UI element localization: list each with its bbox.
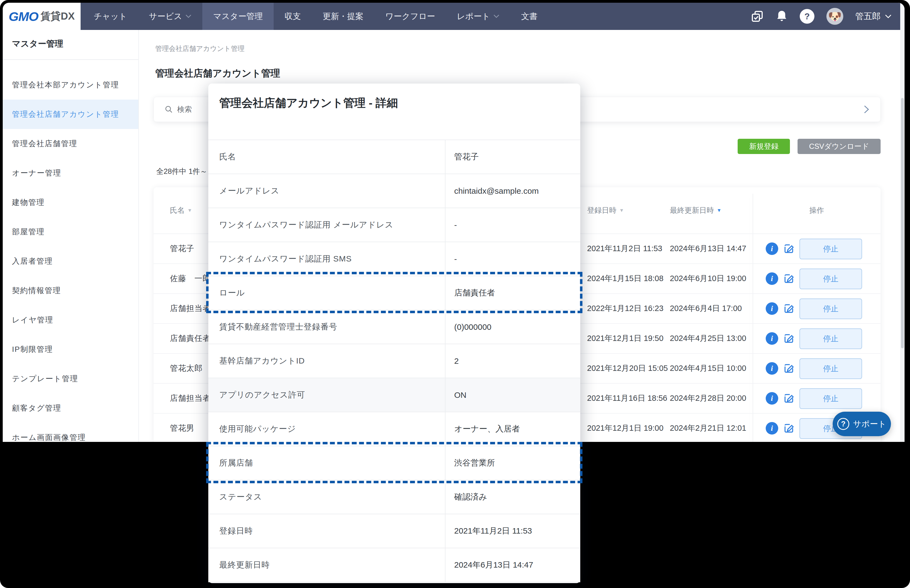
sidebar-item-owners[interactable]: オーナー管理: [3, 158, 138, 188]
detail-row-registered-at: 登録日時 2021年11月2日 11:53: [208, 514, 580, 548]
question-icon: ?: [837, 418, 849, 430]
detail-modal: 管理会社店舗アカウント管理 - 詳細 氏名 管花子 メールアドレス chinta…: [208, 84, 580, 583]
nav-right: ? 🐶 管五郎: [751, 3, 905, 30]
page-title: 管理会社店舗アカウント管理: [155, 67, 280, 80]
info-icon[interactable]: i: [766, 392, 778, 405]
sidebar-items: 管理会社本部アカウント管理 管理会社店舗アカウント管理 管理会社店舗管理 オーナ…: [3, 70, 138, 442]
sidebar-item-stores[interactable]: 管理会社店舗管理: [3, 129, 138, 158]
chevron-down-icon: [493, 15, 499, 18]
support-button[interactable]: ? サポート: [833, 412, 891, 436]
edit-icon[interactable]: [783, 363, 795, 374]
modal-detail-table: 氏名 管花子 メールアドレス chintaidx@sample.com ワンタイ…: [208, 140, 580, 582]
logo[interactable]: GMO 賃貸DX: [3, 3, 81, 30]
detail-row-core-account-id: 基幹店舗アカウントID 2: [208, 344, 580, 378]
detail-row-packages: 使用可能パッケージ オーナー、入居者: [208, 412, 580, 446]
chevron-down-icon: [185, 15, 191, 18]
info-icon[interactable]: i: [766, 362, 778, 375]
nav-item-renewal[interactable]: 更新・提案: [312, 3, 374, 30]
scrollbar-thumb[interactable]: [901, 98, 904, 348]
logo-product-text: 賃貸DX: [40, 10, 74, 23]
divider: [3, 59, 138, 60]
detail-row-app-access: アプリのアクセス許可 ON: [208, 378, 580, 412]
nav-items: チャット サービス マスター管理 収支 更新・提案 ワークフロー レポート 文書: [83, 3, 548, 30]
nav-item-chat[interactable]: チャット: [83, 3, 138, 30]
stop-button[interactable]: 停止: [800, 239, 862, 259]
header-registered[interactable]: 登録日時▼: [587, 205, 624, 215]
search-placeholder: 検索: [177, 105, 192, 114]
modal-title: 管理会社店舗アカウント管理 - 詳細: [219, 95, 398, 110]
info-icon[interactable]: i: [766, 242, 778, 255]
sort-icon: ▼: [619, 208, 624, 213]
detail-row-license-number: 賃貸不動産経営管理士登録番号 (0)000000: [208, 310, 580, 344]
edit-icon[interactable]: [783, 273, 795, 284]
header-updated[interactable]: 最終更新日時▼: [670, 205, 722, 215]
info-icon[interactable]: i: [766, 422, 778, 435]
sidebar-item-rooms[interactable]: 部屋管理: [3, 217, 138, 247]
info-icon[interactable]: i: [766, 272, 778, 285]
breadcrumb: 管理会社店舗アカウント管理: [155, 44, 245, 53]
detail-row-email: メールアドレス chintaidx@sample.com: [208, 174, 580, 208]
sidebar-title: マスター管理: [12, 38, 138, 50]
stop-button[interactable]: 停止: [800, 328, 862, 349]
user-menu[interactable]: 管五郎: [855, 11, 892, 22]
bell-icon[interactable]: [776, 10, 788, 23]
sidebar-item-ip-restriction[interactable]: IP制限管理: [3, 335, 138, 364]
edit-icon[interactable]: [783, 243, 795, 254]
avatar[interactable]: 🐶: [826, 8, 843, 25]
user-name: 管五郎: [855, 11, 881, 22]
nav-item-workflow[interactable]: ワークフロー: [374, 3, 446, 30]
header-name[interactable]: 氏名▼: [170, 205, 192, 215]
detail-row-otp-email: ワンタイムパスワード認証用 メールアドレス -: [208, 208, 580, 242]
stop-button[interactable]: 停止: [800, 299, 862, 319]
sidebar-item-store-accounts[interactable]: 管理会社店舗アカウント管理: [3, 100, 138, 129]
stop-button[interactable]: 停止: [800, 359, 862, 379]
csv-download-button[interactable]: CSVダウンロード: [798, 139, 881, 154]
nav-item-report[interactable]: レポート: [446, 3, 510, 30]
sidebar-item-tenants[interactable]: 入居者管理: [3, 247, 138, 276]
sort-icon-active: ▼: [717, 208, 722, 213]
expand-search-button[interactable]: [863, 105, 870, 114]
edit-icon[interactable]: [783, 393, 795, 404]
nav-item-balance[interactable]: 収支: [274, 3, 312, 30]
sidebar-item-buildings[interactable]: 建物管理: [3, 188, 138, 217]
sidebar-item-hq-accounts[interactable]: 管理会社本部アカウント管理: [3, 70, 138, 100]
logo-gmo-text: GMO: [9, 9, 38, 24]
chevron-down-icon: [885, 15, 892, 18]
header-actions: 操作: [753, 205, 881, 215]
info-icon[interactable]: i: [766, 302, 778, 315]
detail-row-name: 氏名 管花子: [208, 140, 580, 174]
nav-item-documents[interactable]: 文書: [510, 3, 548, 30]
detail-row-role: ロール 店舗責任者: [208, 276, 580, 310]
stop-button[interactable]: 停止: [800, 268, 862, 289]
detail-row-otp-sms: ワンタイムパスワード認証用 SMS -: [208, 242, 580, 276]
result-count: 全28件中 1件～: [156, 166, 207, 176]
help-icon[interactable]: ?: [800, 9, 814, 24]
sidebar: マスター管理 管理会社本部アカウント管理 管理会社店舗アカウント管理 管理会社店…: [3, 30, 139, 442]
edit-icon[interactable]: [783, 303, 795, 314]
nav-item-master[interactable]: マスター管理: [202, 3, 274, 30]
edit-icon[interactable]: [783, 333, 795, 344]
info-icon[interactable]: i: [766, 332, 778, 345]
sidebar-item-contracts[interactable]: 契約情報管理: [3, 276, 138, 305]
edit-icon[interactable]: [783, 423, 795, 434]
tasks-icon[interactable]: [751, 10, 764, 23]
sidebar-item-layers[interactable]: レイヤ管理: [3, 305, 138, 335]
detail-row-store: 所属店舗 渋谷営業所: [208, 446, 580, 480]
search-icon: [165, 105, 173, 113]
chevron-right-icon: [863, 105, 870, 114]
support-label: サポート: [853, 418, 886, 430]
new-registration-button[interactable]: 新規登録: [738, 139, 790, 154]
scrollbar-track: [900, 3, 905, 442]
nav-item-services[interactable]: サービス: [138, 3, 202, 30]
stop-button[interactable]: 停止: [800, 388, 862, 409]
sidebar-item-home-images[interactable]: ホーム画面画像管理: [3, 423, 138, 442]
top-nav: GMO 賃貸DX チャット サービス マスター管理 収支 更新・提案 ワークフロ…: [3, 3, 905, 30]
sort-icon: ▼: [187, 208, 192, 213]
sidebar-item-customer-tags[interactable]: 顧客タグ管理: [3, 393, 138, 423]
sidebar-item-templates[interactable]: テンプレート管理: [3, 364, 138, 393]
detail-row-status: ステータス 確認済み: [208, 480, 580, 514]
detail-row-updated-at: 最終更新日時 2024年6月13日 14:47: [208, 548, 580, 582]
